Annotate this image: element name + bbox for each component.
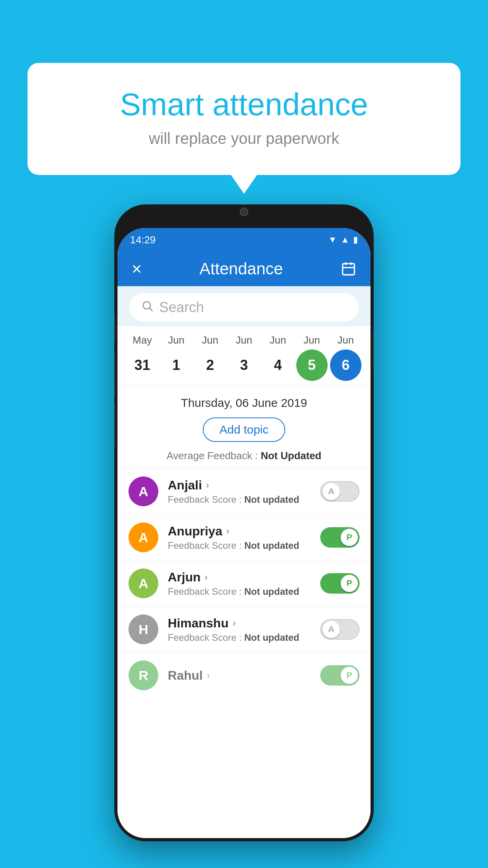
battery-icon: ▮ (353, 235, 358, 245)
student-info-anjali: Anjali › Feedback Score : Not updated (168, 478, 320, 505)
student-info-partial: Rahul › (168, 668, 320, 683)
avatar-himanshu: H (128, 614, 158, 644)
toggle-himanshu[interactable]: A (320, 619, 360, 640)
main-content: Search May Jun Jun Jun Jun Jun Jun (117, 286, 371, 838)
student-name-anupriya: Anupriya › (168, 524, 320, 539)
date-5-selected[interactable]: 5 (296, 349, 328, 381)
speech-bubble: Smart attendance will replace your paper… (28, 63, 460, 175)
student-name-partial: Rahul › (168, 668, 320, 683)
date-31[interactable]: 31 (127, 349, 158, 381)
search-container: Search (117, 286, 371, 326)
student-item-arjun[interactable]: A Arjun › Feedback Score : Not updated (117, 561, 371, 607)
month-jun-3: Jun (228, 334, 260, 346)
toggle-knob-anupriya: P (341, 529, 358, 546)
avatar-partial: R (128, 660, 158, 690)
chevron-icon: › (226, 526, 229, 537)
date-1[interactable]: 1 (160, 349, 192, 381)
attendance-toggle-anjali[interactable]: A (320, 481, 360, 502)
bubble-subtitle: will replace your paperwork (59, 130, 429, 147)
toggle-partial[interactable]: P (320, 665, 360, 686)
selected-date-section: Thursday, 06 June 2019 Add topic Average… (117, 385, 371, 469)
search-icon (141, 300, 154, 315)
power-button (373, 330, 374, 370)
signal-icon: ▲ (341, 235, 349, 245)
search-placeholder: Search (159, 299, 204, 316)
toggle-knob-arjun: P (341, 575, 358, 592)
student-item-anupriya[interactable]: A Anupriya › Feedback Score : Not update… (117, 515, 371, 561)
status-bar: 14:29 ▼ ▲ ▮ (117, 228, 371, 252)
feedback-himanshu: Feedback Score : Not updated (168, 632, 320, 643)
avg-feedback-label: Average Feedback : (167, 450, 258, 462)
student-name-anjali: Anjali › (168, 478, 320, 493)
phone-wrapper: 14:29 ▼ ▲ ▮ × Attendance (114, 204, 374, 841)
status-time: 14:29 (130, 234, 156, 246)
student-info-anupriya: Anupriya › Feedback Score : Not updated (168, 524, 320, 551)
student-info-himanshu: Himanshu › Feedback Score : Not updated (168, 616, 320, 643)
app-header: × Attendance (117, 252, 371, 286)
calendar-section: May Jun Jun Jun Jun Jun Jun 31 1 2 (117, 326, 371, 385)
dates-row: 31 1 2 3 4 5 6 (125, 349, 363, 381)
student-item-partial[interactable]: R Rahul › P (117, 653, 371, 699)
calendar-icon[interactable] (341, 261, 356, 277)
toggle-anjali[interactable]: A (320, 481, 360, 502)
attendance-toggle-arjun[interactable]: P (320, 573, 360, 594)
toggle-knob-himanshu: A (323, 621, 340, 638)
attendance-toggle-himanshu[interactable]: A (320, 619, 360, 640)
student-info-arjun: Arjun › Feedback Score : Not updated (168, 570, 320, 597)
volume-up-button (114, 354, 115, 397)
month-jun-6: Jun (330, 334, 361, 346)
month-jun-4: Jun (262, 334, 294, 346)
status-icons: ▼ ▲ ▮ (328, 235, 358, 245)
avatar-arjun: A (128, 568, 158, 598)
header-title: Attendance (200, 259, 283, 278)
feedback-arjun: Feedback Score : Not updated (168, 586, 320, 597)
chevron-icon: › (205, 572, 208, 583)
wifi-icon: ▼ (328, 235, 337, 245)
feedback-anjali: Feedback Score : Not updated (168, 494, 320, 505)
toggle-anupriya[interactable]: P (320, 527, 360, 548)
date-6-selected[interactable]: 6 (330, 349, 361, 381)
date-4[interactable]: 4 (262, 349, 294, 381)
month-jun-5: Jun (296, 334, 328, 346)
chevron-icon: › (206, 480, 209, 491)
student-name-himanshu: Himanshu › (168, 616, 320, 631)
bubble-title: Smart attendance (59, 86, 429, 123)
student-item-himanshu[interactable]: H Himanshu › Feedback Score : Not update… (117, 607, 371, 653)
svg-point-4 (143, 302, 150, 309)
svg-line-5 (150, 308, 152, 311)
month-jun-2: Jun (194, 334, 226, 346)
date-2[interactable]: 2 (194, 349, 226, 381)
chevron-icon: › (233, 618, 236, 629)
avg-feedback: Average Feedback : Not Updated (125, 450, 363, 462)
svg-rect-0 (343, 264, 354, 275)
phone-camera (240, 208, 248, 216)
avg-feedback-value: Not Updated (261, 450, 321, 462)
avatar-anupriya: A (128, 522, 158, 552)
volume-silent-button (114, 314, 115, 342)
date-3[interactable]: 3 (228, 349, 260, 381)
months-row: May Jun Jun Jun Jun Jun Jun (125, 334, 363, 346)
month-jun-1: Jun (160, 334, 192, 346)
student-list: A Anjali › Feedback Score : Not updated (117, 469, 371, 699)
feedback-anupriya: Feedback Score : Not updated (168, 540, 320, 551)
toggle-knob-partial: P (341, 667, 358, 684)
attendance-toggle-anupriya[interactable]: P (320, 527, 360, 548)
screen-content: 14:29 ▼ ▲ ▮ × Attendance (117, 228, 371, 838)
student-name-arjun: Arjun › (168, 570, 320, 585)
student-item-anjali[interactable]: A Anjali › Feedback Score : Not updated (117, 469, 371, 515)
selected-date-text: Thursday, 06 June 2019 (125, 396, 363, 410)
month-may: May (127, 334, 158, 346)
toggle-knob-anjali: A (323, 483, 340, 500)
chevron-icon: › (207, 670, 210, 681)
volume-down-button (114, 405, 115, 448)
attendance-toggle-partial[interactable]: P (320, 665, 360, 686)
search-bar[interactable]: Search (129, 293, 359, 322)
close-button[interactable]: × (132, 259, 142, 279)
phone-notch (213, 204, 275, 219)
speech-bubble-container: Smart attendance will replace your paper… (28, 63, 460, 175)
phone-frame: 14:29 ▼ ▲ ▮ × Attendance (114, 204, 374, 841)
toggle-arjun[interactable]: P (320, 573, 360, 594)
add-topic-button[interactable]: Add topic (203, 417, 285, 442)
phone-screen: 14:29 ▼ ▲ ▮ × Attendance (117, 228, 371, 838)
avatar-anjali: A (128, 476, 158, 506)
